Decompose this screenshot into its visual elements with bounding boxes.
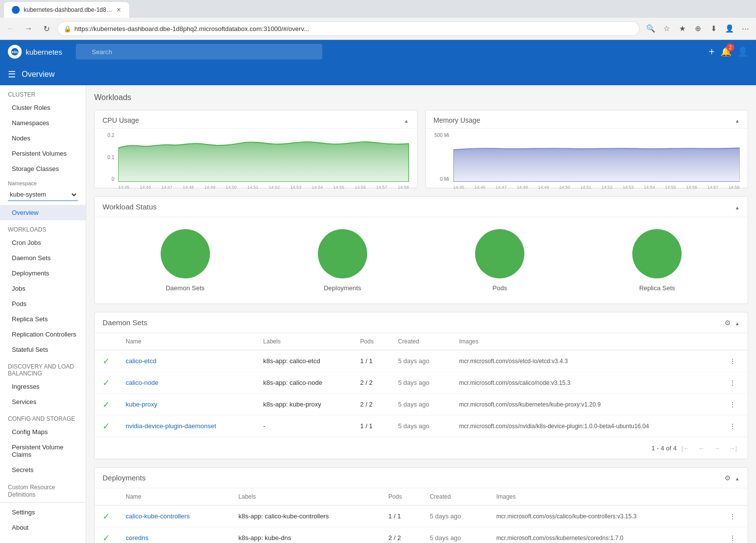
sidebar-item-daemon-sets[interactable]: Daemon Sets [0,250,86,266]
row-status: ✓ [95,527,118,543]
namespace-selector: Namespace kube-system [0,176,86,205]
daemon-sets-collapse-icon[interactable] [735,318,740,327]
favorites-btn[interactable]: ☆ [659,22,673,35]
created-link[interactable]: 5 days ago [398,422,430,430]
cpu-chart-body: 0.2 0.1 0 [95,129,417,188]
workload-status-card: Workload Status Daemon Sets Deployments … [94,196,748,304]
sidebar-item-cron-jobs[interactable]: Cron Jobs [0,235,86,250]
page-last-btn[interactable]: →| [726,441,740,455]
row-name: calico-kube-controllers [118,506,231,527]
row-name: kube-proxy [118,394,255,415]
sidebar-item-nodes[interactable]: Nodes [0,131,86,146]
row-more-button[interactable]: ⋮ [725,399,740,410]
row-more: ⋮ [718,372,748,394]
page-first-btn[interactable]: |← [679,441,692,455]
cpu-chart-collapse-icon[interactable] [404,116,409,124]
row-name: calico-node [118,372,255,394]
sidebar-item-settings[interactable]: Settings [0,505,86,520]
row-more-button[interactable]: ⋮ [725,532,740,543]
downloads-btn[interactable]: ⬇ [707,22,721,35]
extensions-btn[interactable]: ⊕ [691,22,705,35]
cluster-section-title: Cluster [0,85,86,100]
table-row: ✓ calico-etcd k8s-app: calico-etcd 1 / 1… [95,350,748,372]
url-bar[interactable]: 🔒 https://kubernetes-dashboard.dbe-1d8ph… [57,21,640,36]
sidebar-item-stateful-sets[interactable]: Stateful Sets [0,342,86,357]
sidebar-item-ingresses[interactable]: Ingresses [0,379,86,394]
daemon-sets-circle-item: Daemon Sets [161,229,210,292]
daemon-set-name-link[interactable]: calico-etcd [126,357,156,365]
lock-icon: 🔒 [64,25,71,33]
deployments-header: Deployments [95,468,748,488]
more-btn[interactable]: ⋯ [738,22,752,35]
row-images: mcr.microsoft.com/oss/calico/node:v3.15.… [451,372,718,394]
menu-icon[interactable]: ☰ [8,69,16,80]
sidebar-item-services[interactable]: Services [0,394,86,409]
row-more-button[interactable]: ⋮ [725,377,740,388]
search-btn[interactable]: 🔍 [644,22,657,35]
row-more: ⋮ [718,350,748,372]
deployment-name-link[interactable]: coredns [126,534,148,542]
sidebar-item-about[interactable]: About [0,520,86,535]
page-next-btn[interactable]: → [710,441,724,455]
daemon-set-name-link[interactable]: calico-node [126,379,159,386]
user-button[interactable]: 👤 [737,46,748,57]
row-more-button[interactable]: ⋮ [725,510,740,522]
col-name-header: Name [118,488,231,506]
sidebar-item-config-maps[interactable]: Config Maps [0,424,86,440]
replica-sets-circle-item: Replica Sets [632,229,682,292]
back-button[interactable]: ← [4,22,18,35]
created-link[interactable]: 5 days ago [398,379,430,386]
collections-btn[interactable]: ★ [675,22,689,35]
sidebar-item-storage-classes[interactable]: Storage Classes [0,161,86,176]
forward-button[interactable]: → [22,22,35,35]
add-button[interactable]: + [709,46,715,58]
deployment-name-link[interactable]: calico-kube-controllers [126,512,190,520]
created-link[interactable]: 5 days ago [430,534,461,542]
daemon-sets-table: Name Labels Pods Created Images ✓ [95,333,748,437]
tab-close-icon[interactable]: ✕ [116,6,121,13]
created-link[interactable]: 5 days ago [430,512,461,520]
browser-tab[interactable]: kubernetes-dashboard.dbe-1d8p... ✕ [4,2,129,18]
sidebar-item-jobs[interactable]: Jobs [0,281,86,296]
daemon-sets-filter-icon[interactable] [724,318,731,327]
sidebar-item-deployments[interactable]: Deployments [0,266,86,281]
row-more-button[interactable]: ⋮ [725,420,740,432]
cpu-y-max: 0.2 [103,133,114,138]
sidebar-item-cluster-roles[interactable]: Cluster Roles [0,100,86,115]
row-name: coredns [118,527,231,543]
daemon-set-name-link[interactable]: nvidia-device-plugin-daemonset [126,422,216,430]
row-images: mcr.microsoft.com/oss/kubernetes/coredns… [488,527,718,543]
workload-status-collapse-icon[interactable] [735,203,740,211]
memory-chart-collapse-icon[interactable] [735,116,740,124]
sidebar-item-persistent-volumes[interactable]: Persistent Volumes [0,146,86,161]
sidebar-item-pods[interactable]: Pods [0,296,86,311]
page-prev-btn[interactable]: ← [694,441,708,455]
notification-container: 🔔 2 [721,46,731,57]
created-link[interactable]: 5 days ago [398,401,430,408]
deployments-collapse-icon[interactable] [735,474,740,482]
sidebar-item-replica-sets[interactable]: Replica Sets [0,311,86,327]
sidebar-item-namespaces[interactable]: Namespaces [0,115,86,131]
row-status: ✓ [95,415,118,437]
daemon-sets-header-row: Name Labels Pods Created Images [95,333,748,350]
search-input[interactable] [76,44,322,60]
deployments-filter-icon[interactable] [724,474,731,482]
table-row: ✓ coredns k8s-app: kube-dns 2 / 2 5 days… [95,527,748,543]
daemon-set-name-link[interactable]: kube-proxy [126,401,157,408]
sidebar-item-persistent-volume-claims[interactable]: Persistent Volume Claims [0,440,86,462]
profile-btn[interactable]: 👤 [722,22,736,35]
row-images: mcr.microsoft.com/oss/calico/kube-contro… [488,506,718,527]
sidebar-item-secrets[interactable]: Secrets [0,462,86,477]
table-row: ✓ nvidia-device-plugin-daemonset - 1 / 1… [95,415,748,437]
row-labels: k8s-app: kube-dns [231,527,380,543]
namespace-dropdown[interactable]: kube-system [8,188,78,201]
created-link[interactable]: 5 days ago [398,357,430,365]
row-more-button[interactable]: ⋮ [725,355,740,367]
col-created-header: Created [390,333,451,350]
sidebar-item-overview[interactable]: Overview [0,205,86,220]
deployments-table-container: Name Labels Pods Created Images ✓ [95,488,748,543]
pods-circle [475,229,524,278]
reload-button[interactable]: ↻ [39,22,53,35]
row-created: 5 days ago [390,394,451,415]
sidebar-item-replication-controllers[interactable]: Replication Controllers [0,327,86,342]
